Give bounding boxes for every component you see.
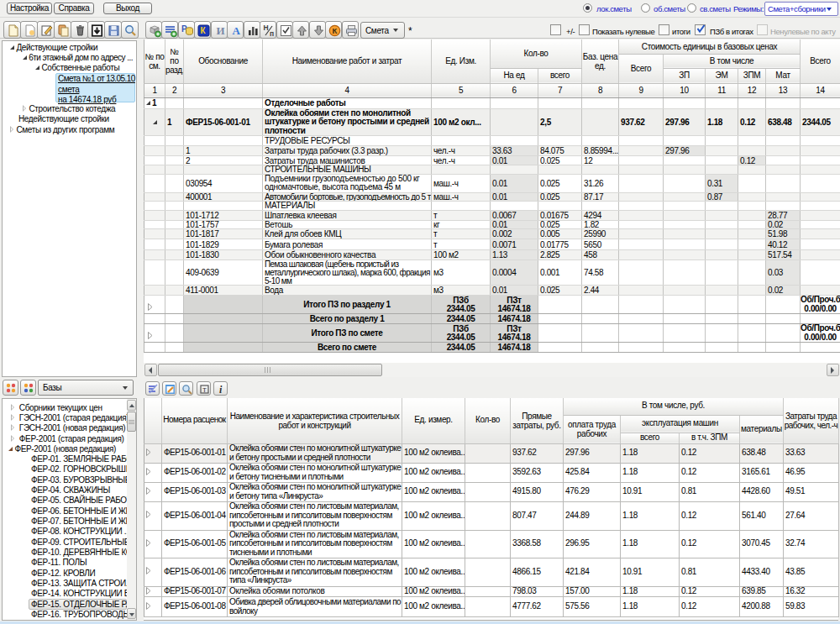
svg-text:Н: Н (264, 24, 269, 32)
svg-text:И: И (217, 24, 225, 37)
svg-text:T: T (202, 386, 207, 394)
svg-text:К: К (333, 26, 338, 35)
svg-text:п: п (270, 29, 274, 38)
svg-text:i: i (219, 384, 223, 395)
svg-text:А: А (233, 24, 241, 37)
